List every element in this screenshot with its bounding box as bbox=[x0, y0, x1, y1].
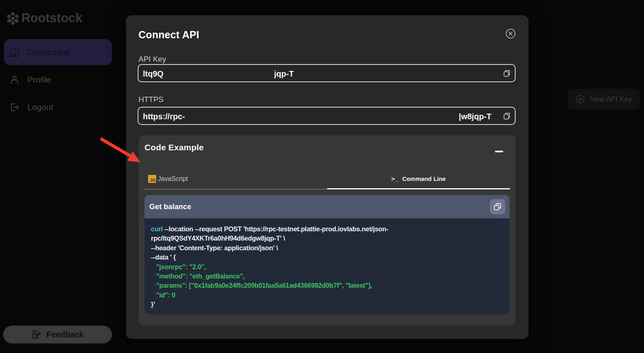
code-example-card: Code Example JS JavaScript >_ Command Li… bbox=[139, 135, 516, 326]
api-key-input[interactable]: ltq9Q jqp-T bbox=[138, 64, 516, 82]
code-line: "params": ["0x1fab9a0e24ffc209b01faa5a61… bbox=[151, 281, 503, 290]
api-key-label: API Key bbox=[138, 55, 166, 64]
feedback-icon bbox=[31, 330, 41, 339]
logo-text: Rootstock bbox=[21, 11, 83, 25]
code-segment: --location --request POST 'https://rpc-t… bbox=[164, 225, 388, 233]
sidebar-item-label: Dashboard bbox=[27, 48, 69, 57]
code-block[interactable]: curl --location --request POST 'https://… bbox=[144, 218, 510, 314]
code-segment: "jsonrpc": "2.0", bbox=[151, 263, 206, 270]
snippet-title: Get balance bbox=[149, 203, 191, 211]
code-line: --data ' { bbox=[151, 253, 503, 262]
sidebar-item-label: Logout bbox=[27, 102, 53, 112]
api-key-value-end: jqp-T bbox=[274, 69, 294, 79]
code-segment: rpc/ltq9QSdY4XKTr6a0hH94d6edgw8jqp-T' \ bbox=[151, 235, 285, 242]
modal-title: Connect API bbox=[138, 29, 199, 41]
user-icon bbox=[9, 75, 20, 85]
https-input[interactable]: https://rpc- |w8jqp-T bbox=[138, 107, 516, 125]
logout-icon bbox=[9, 102, 20, 112]
code-snippet-panel: Get balance curl --location --request PO… bbox=[144, 195, 510, 314]
tab-javascript-label: JavaScript bbox=[158, 175, 188, 183]
code-segment: --data ' { bbox=[151, 253, 176, 261]
sidebar-item-logout[interactable]: Logout bbox=[4, 94, 112, 120]
rootstock-logo: Rootstock bbox=[6, 11, 83, 25]
code-segment: --header 'Content-Type: application/json… bbox=[151, 244, 278, 251]
rootstock-logo-icon bbox=[6, 11, 19, 25]
home-icon bbox=[9, 47, 20, 58]
code-example-title: Code Example bbox=[144, 143, 204, 152]
terminal-icon: >_ bbox=[391, 175, 399, 182]
code-line: "jsonrpc": "2.0", bbox=[151, 262, 503, 272]
new-api-key-label: New API Key bbox=[590, 95, 632, 104]
connect-api-modal: Connect API API Key ltq9Q jqp-T HTTPS ht… bbox=[126, 15, 528, 339]
code-segment: }' bbox=[151, 301, 155, 308]
copy-icon[interactable] bbox=[503, 69, 511, 77]
code-line: --header 'Content-Type: application/json… bbox=[151, 243, 503, 253]
javascript-icon: JS bbox=[148, 175, 156, 183]
code-example-tabs: JS JavaScript >_ Command Line bbox=[144, 172, 510, 189]
tab-javascript[interactable]: JS JavaScript bbox=[144, 172, 327, 189]
code-snippet-header: Get balance bbox=[144, 195, 510, 218]
code-line: curl --location --request POST 'https://… bbox=[151, 224, 503, 234]
collapse-icon[interactable] bbox=[495, 151, 503, 152]
sidebar-item-profile[interactable]: Profile bbox=[4, 66, 112, 93]
code-line: }' bbox=[151, 300, 503, 309]
code-segment: "method": "eth_getBalance", bbox=[151, 272, 245, 280]
https-value-end: |w8jqp-T bbox=[459, 112, 491, 121]
code-line: "id": 0 bbox=[151, 291, 503, 300]
code-segment: curl bbox=[151, 225, 164, 233]
copy-icon[interactable] bbox=[503, 112, 511, 120]
plus-circle-icon bbox=[576, 94, 585, 104]
feedback-label: Feedback bbox=[46, 330, 83, 339]
https-value-start: https://rpc- bbox=[138, 112, 185, 121]
new-api-key-button[interactable]: New API Key bbox=[568, 89, 640, 110]
tab-command-line[interactable]: >_ Command Line bbox=[327, 172, 510, 189]
sidebar-item-label: Profile bbox=[27, 75, 52, 85]
feedback-button[interactable]: Feedback bbox=[3, 326, 112, 343]
code-segment: "id": 0 bbox=[151, 291, 175, 299]
sidebar-item-dashboard[interactable]: Dashboard bbox=[4, 39, 112, 65]
api-key-value-start: ltq9Q bbox=[138, 69, 163, 79]
tab-command-line-label: Command Line bbox=[402, 175, 446, 182]
close-icon[interactable] bbox=[505, 28, 516, 39]
code-segment: "params": ["0x1fab9a0e24ffc209b01faa5a61… bbox=[151, 282, 372, 289]
code-line: "method": "eth_getBalance", bbox=[151, 272, 503, 281]
https-label: HTTPS bbox=[138, 95, 163, 104]
code-line: rpc/ltq9QSdY4XKTr6a0hH94d6edgw8jqp-T' \ bbox=[151, 234, 503, 243]
copy-code-button[interactable] bbox=[490, 199, 505, 214]
